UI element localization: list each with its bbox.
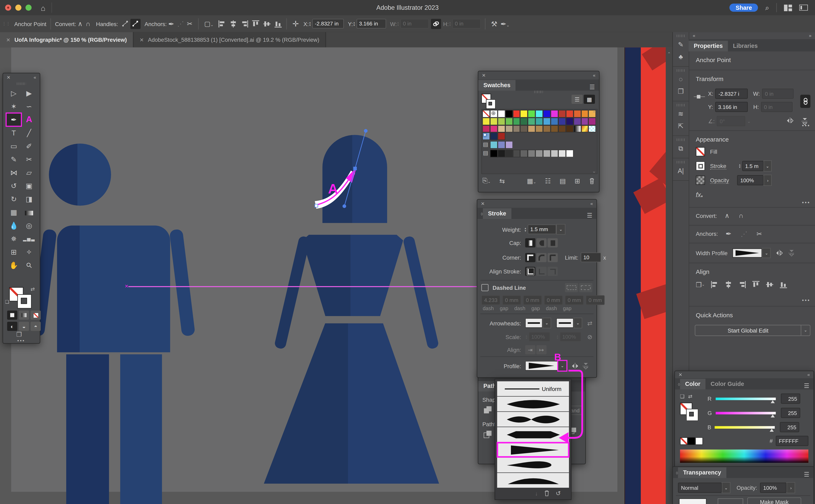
convert-to-smooth-icon[interactable]: ∩ <box>739 212 743 220</box>
swatch[interactable] <box>505 125 513 133</box>
link-dimensions-icon[interactable] <box>431 19 441 29</box>
white-swatch[interactable] <box>695 437 703 445</box>
artboard-tool[interactable]: ⊞ <box>6 245 21 259</box>
swatch[interactable] <box>566 110 573 117</box>
swatch[interactable] <box>505 110 513 117</box>
path-start-anchor[interactable] <box>315 204 318 207</box>
swatch[interactable] <box>566 125 573 133</box>
document-tab-active[interactable]: ✕ UofA Infographic* @ 150 % (RGB/Preview… <box>0 32 133 47</box>
swatch-themes-icon[interactable]: ⇆ <box>500 177 505 185</box>
collapse-panel-icon[interactable]: « <box>34 75 36 80</box>
convert-to-corner-icon[interactable]: ∧ <box>78 20 82 28</box>
stroke-weight-dropdown[interactable]: ⌄ <box>763 160 772 172</box>
swap-fill-stroke-icon[interactable]: ⇄ <box>31 286 35 292</box>
swatch[interactable] <box>513 125 520 133</box>
panel-menu-icon[interactable]: ☰ <box>804 382 810 390</box>
swatch[interactable] <box>551 110 558 117</box>
align-top-icon[interactable] <box>752 281 760 289</box>
cap-butt-button[interactable] <box>525 238 536 247</box>
x-field[interactable]: -2.8327 in <box>312 19 344 29</box>
canvas[interactable]: × A ⌃ ✕« ▷▶ <box>0 47 672 504</box>
gradient-mode-button[interactable] <box>19 311 29 320</box>
pencil-tool[interactable]: ✎ <box>6 153 21 166</box>
collapse-panel-icon[interactable]: « <box>590 201 593 206</box>
hide-handles-button[interactable] <box>120 19 130 29</box>
global-edit-options-icon[interactable]: ⌄ <box>801 325 811 336</box>
blend-tool[interactable]: ◎ <box>21 219 37 232</box>
stroke-panel-icon[interactable]: ◌ <box>673 73 689 86</box>
swatches-tab[interactable]: Swatches <box>479 80 516 91</box>
none-mode-button[interactable] <box>31 311 41 320</box>
reflect-tool[interactable]: ⋈ <box>6 166 21 179</box>
close-tab-icon[interactable]: ✕ <box>140 37 144 43</box>
swatch[interactable] <box>505 141 513 149</box>
color-mode-button[interactable] <box>7 311 17 320</box>
swatch[interactable] <box>520 125 528 133</box>
arrowhead-end-dropdown[interactable]: ⌄ <box>574 318 582 328</box>
selection-tool[interactable]: ▷ <box>6 87 21 100</box>
symbols-panel-icon[interactable]: ♣ <box>673 51 689 63</box>
panel-menu-icon[interactable]: ☰ <box>587 212 593 219</box>
swatch[interactable] <box>528 150 536 157</box>
profile-option-uniform[interactable]: Uniform <box>497 381 569 396</box>
pen-tool[interactable]: ✒ <box>6 113 21 126</box>
swatch[interactable] <box>558 125 566 133</box>
limit-field[interactable]: 10 <box>581 253 601 262</box>
g-value-field[interactable]: 255 <box>781 408 800 418</box>
weight-dropdown-icon[interactable]: ⌄ <box>556 224 566 235</box>
swatch[interactable] <box>498 141 505 149</box>
swatch[interactable] <box>581 117 589 125</box>
properties-tab[interactable]: Properties <box>689 41 728 52</box>
symbol-sprayer-tool[interactable]: ✵ <box>6 232 21 245</box>
swatch[interactable] <box>573 110 581 117</box>
add-anchor-icon[interactable]: ✒ <box>726 230 731 238</box>
stroke-weight-field[interactable]: 1.5 m <box>742 161 763 171</box>
draw-behind-button[interactable]: ◒ <box>19 322 29 331</box>
swatch[interactable] <box>551 125 558 133</box>
r-slider[interactable] <box>716 397 776 400</box>
handle-end-point[interactable] <box>364 129 367 133</box>
b-slider[interactable] <box>715 426 775 428</box>
swatch[interactable] <box>528 110 536 117</box>
panel-cycle-icon[interactable]: ◊ <box>675 380 680 390</box>
swatch[interactable] <box>536 117 543 125</box>
scissors-tool[interactable]: ✂ <box>21 153 37 166</box>
swatch[interactable] <box>483 141 490 149</box>
profile-option-3[interactable] <box>497 427 569 442</box>
align-stroke-center-button[interactable] <box>525 267 536 276</box>
line-segment-tool[interactable]: ╱ <box>21 126 37 139</box>
swatch[interactable] <box>513 150 520 157</box>
swatch[interactable] <box>520 117 528 125</box>
g-slider[interactable] <box>715 412 775 414</box>
swatch[interactable] <box>543 110 551 117</box>
new-swatch-icon[interactable]: ⊞ <box>575 177 580 185</box>
panel-menu-icon[interactable]: ☰ <box>590 83 595 91</box>
cap-projecting-button[interactable] <box>548 238 558 247</box>
swatch[interactable] <box>483 150 490 157</box>
close-tab-icon[interactable]: ✕ <box>6 37 10 43</box>
flip-along-icon[interactable] <box>775 249 784 257</box>
swatch[interactable] <box>551 117 558 125</box>
export-panel-icon[interactable]: ⇱ <box>673 120 689 132</box>
lasso-tool[interactable]: ∽ <box>21 100 37 113</box>
swatch[interactable] <box>490 133 498 140</box>
stroke-swatch[interactable] <box>696 161 705 171</box>
unite-icon[interactable] <box>484 406 493 414</box>
scroll-down-icon[interactable]: ⌄ <box>592 169 596 174</box>
reference-point-icon[interactable] <box>694 94 705 100</box>
swatch[interactable] <box>483 117 490 125</box>
paintbrush-tool[interactable]: ✐ <box>21 139 37 153</box>
perspective-tool[interactable]: ◨ <box>21 192 37 206</box>
stroke-proxy-swatch[interactable] <box>686 409 699 421</box>
expand-dock-icon[interactable]: » <box>809 33 812 38</box>
swatch[interactable] <box>581 125 589 133</box>
profile-option-5[interactable] <box>497 458 569 473</box>
color-tab[interactable]: Color <box>680 379 705 390</box>
swatch[interactable] <box>513 110 520 117</box>
list-view-icon[interactable]: ☰ <box>572 95 583 104</box>
align-top-icon[interactable] <box>252 20 260 28</box>
swatch[interactable] <box>490 141 498 149</box>
swatch[interactable] <box>566 150 573 157</box>
more-options-icon[interactable]: ••• <box>802 123 810 128</box>
profile-option-1[interactable] <box>497 397 569 412</box>
